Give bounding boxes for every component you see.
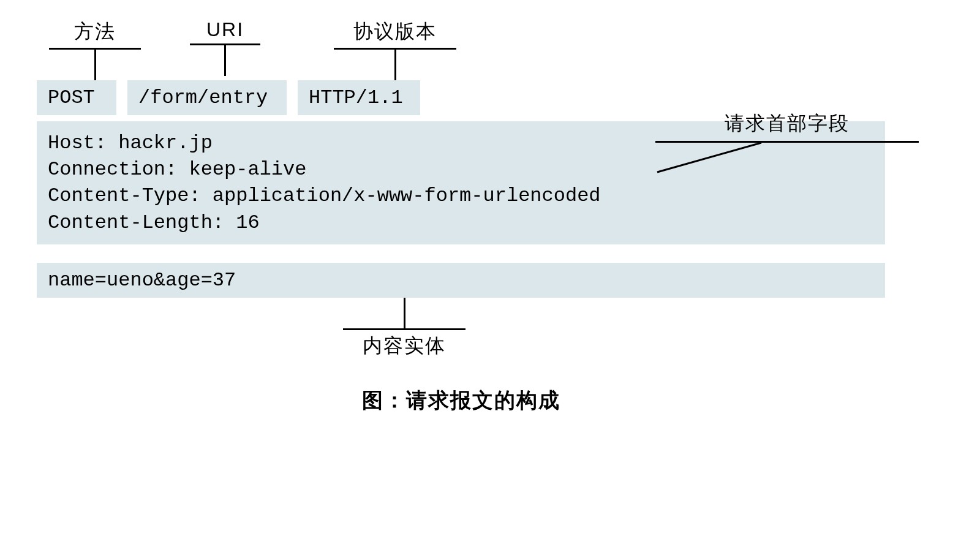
figure-caption: 图：请求报文的构成 bbox=[37, 387, 885, 415]
label-body: 内容实体 bbox=[363, 333, 446, 360]
underline bbox=[343, 328, 466, 330]
label-version: 协议版本 bbox=[353, 18, 437, 45]
request-uri-box: /form/entry bbox=[127, 80, 287, 115]
connector-line bbox=[404, 298, 405, 328]
request-method-box: POST bbox=[37, 80, 116, 115]
label-uri: URI bbox=[206, 18, 244, 41]
connector-slash bbox=[654, 143, 764, 173]
connector-line bbox=[394, 50, 396, 80]
connector-line bbox=[224, 45, 226, 76]
label-uri-group: URI bbox=[190, 18, 260, 80]
label-method: 方法 bbox=[74, 18, 116, 45]
svg-line-0 bbox=[657, 143, 761, 172]
label-header-fields-group: 请求首部字段 bbox=[655, 110, 919, 173]
label-method-group: 方法 bbox=[49, 18, 141, 80]
header-line: Content-Length: 16 bbox=[48, 210, 874, 236]
connector-line bbox=[94, 50, 96, 80]
label-header-fields: 请求首部字段 bbox=[725, 110, 850, 137]
header-line: Content-Type: application/x-www-form-url… bbox=[48, 183, 874, 209]
request-body-box: name=ueno&age=37 bbox=[37, 263, 885, 298]
label-version-group: 协议版本 bbox=[334, 18, 456, 80]
request-version-box: HTTP/1.1 bbox=[298, 80, 420, 115]
label-body-group: 内容实体 bbox=[343, 298, 466, 362]
top-labels-row: 方法 URI 协议版本 bbox=[49, 18, 943, 80]
